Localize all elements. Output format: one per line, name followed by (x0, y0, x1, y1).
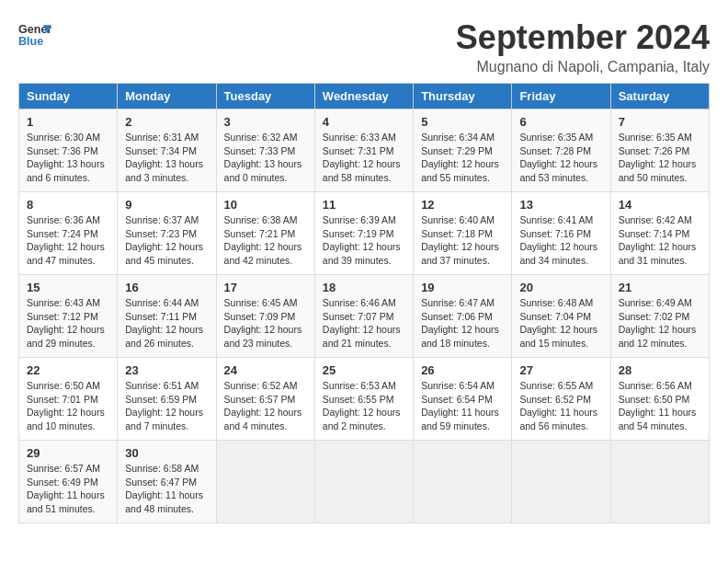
day-number: 13 (519, 198, 602, 212)
day-number: 2 (125, 115, 208, 129)
day-number: 9 (125, 198, 208, 212)
day-info: Sunrise: 6:45 AMSunset: 7:09 PMDaylight:… (224, 296, 307, 350)
day-info: Sunrise: 6:41 AMSunset: 7:16 PMDaylight:… (519, 213, 602, 268)
day-number: 20 (519, 281, 602, 294)
col-monday: Monday (118, 84, 216, 109)
table-row: 27 Sunrise: 6:55 AMSunset: 6:52 PMDaylig… (512, 358, 610, 441)
day-number: 25 (323, 363, 405, 377)
day-number: 8 (27, 198, 109, 212)
calendar-table: Sunday Monday Tuesday Wednesday Thursday… (18, 83, 710, 523)
table-row (512, 441, 610, 523)
page-container: General Blue September 2024 Mugnano di N… (18, 18, 710, 523)
day-info: Sunrise: 6:48 AMSunset: 7:04 PMDaylight:… (519, 296, 602, 350)
day-info: Sunrise: 6:52 AMSunset: 6:57 PMDaylight:… (224, 379, 307, 433)
table-row: 25 Sunrise: 6:53 AMSunset: 6:55 PMDaylig… (314, 358, 413, 441)
day-info: Sunrise: 6:37 AMSunset: 7:23 PMDaylight:… (125, 213, 208, 268)
day-info: Sunrise: 6:35 AMSunset: 7:26 PMDaylight:… (619, 131, 701, 185)
day-number: 14 (619, 198, 701, 212)
col-sunday: Sunday (19, 84, 118, 109)
day-info: Sunrise: 6:54 AMSunset: 6:54 PMDaylight:… (421, 379, 504, 433)
table-row: 5 Sunrise: 6:34 AMSunset: 7:29 PMDayligh… (414, 109, 512, 192)
day-number: 17 (224, 281, 307, 294)
header-row: Sunday Monday Tuesday Wednesday Thursday… (19, 84, 710, 109)
day-info: Sunrise: 6:55 AMSunset: 6:52 PMDaylight:… (519, 379, 602, 433)
table-row: 28 Sunrise: 6:56 AMSunset: 6:50 PMDaylig… (610, 358, 709, 441)
table-row (314, 441, 413, 523)
table-row: 18 Sunrise: 6:46 AMSunset: 7:07 PMDaylig… (314, 275, 413, 358)
day-info: Sunrise: 6:56 AMSunset: 6:50 PMDaylight:… (619, 379, 701, 433)
table-row: 14 Sunrise: 6:42 AMSunset: 7:14 PMDaylig… (610, 192, 709, 275)
location-subtitle: Mugnano di Napoli, Campania, Italy (456, 59, 710, 75)
day-info: Sunrise: 6:57 AMSunset: 6:49 PMDaylight:… (27, 462, 109, 516)
day-info: Sunrise: 6:32 AMSunset: 7:33 PMDaylight:… (224, 131, 307, 185)
day-info: Sunrise: 6:50 AMSunset: 7:01 PMDaylight:… (27, 379, 109, 433)
day-number: 27 (519, 363, 602, 377)
logo: General Blue (18, 18, 51, 52)
day-info: Sunrise: 6:43 AMSunset: 7:12 PMDaylight:… (27, 296, 109, 350)
table-row: 23 Sunrise: 6:51 AMSunset: 6:59 PMDaylig… (118, 358, 216, 441)
day-number: 11 (323, 198, 405, 212)
col-friday: Friday (512, 84, 610, 109)
day-info: Sunrise: 6:38 AMSunset: 7:21 PMDaylight:… (224, 213, 307, 268)
logo-icon: General Blue (18, 18, 51, 52)
day-number: 6 (519, 115, 602, 129)
day-info: Sunrise: 6:30 AMSunset: 7:36 PMDaylight:… (27, 131, 109, 185)
day-info: Sunrise: 6:51 AMSunset: 6:59 PMDaylight:… (125, 379, 208, 433)
title-section: September 2024 Mugnano di Napoli, Campan… (456, 18, 710, 75)
table-row: 22 Sunrise: 6:50 AMSunset: 7:01 PMDaylig… (19, 358, 118, 441)
col-thursday: Thursday (414, 84, 512, 109)
table-row: 15 Sunrise: 6:43 AMSunset: 7:12 PMDaylig… (19, 275, 118, 358)
day-info: Sunrise: 6:33 AMSunset: 7:31 PMDaylight:… (323, 131, 405, 185)
day-number: 28 (619, 363, 701, 377)
calendar-week-row: 8 Sunrise: 6:36 AMSunset: 7:24 PMDayligh… (19, 192, 710, 275)
svg-text:Blue: Blue (18, 35, 43, 48)
col-saturday: Saturday (610, 84, 709, 109)
day-info: Sunrise: 6:39 AMSunset: 7:19 PMDaylight:… (323, 213, 405, 268)
col-tuesday: Tuesday (216, 84, 314, 109)
day-info: Sunrise: 6:44 AMSunset: 7:11 PMDaylight:… (125, 296, 208, 350)
day-number: 26 (421, 363, 504, 377)
table-row (610, 441, 709, 523)
day-number: 18 (323, 281, 405, 294)
table-row: 3 Sunrise: 6:32 AMSunset: 7:33 PMDayligh… (216, 109, 314, 192)
day-number: 7 (619, 115, 701, 129)
table-row: 16 Sunrise: 6:44 AMSunset: 7:11 PMDaylig… (118, 275, 216, 358)
calendar-week-row: 15 Sunrise: 6:43 AMSunset: 7:12 PMDaylig… (19, 275, 710, 358)
day-info: Sunrise: 6:42 AMSunset: 7:14 PMDaylight:… (619, 213, 701, 268)
day-number: 15 (27, 281, 109, 294)
table-row: 4 Sunrise: 6:33 AMSunset: 7:31 PMDayligh… (314, 109, 413, 192)
day-info: Sunrise: 6:53 AMSunset: 6:55 PMDaylight:… (323, 379, 405, 433)
table-row: 12 Sunrise: 6:40 AMSunset: 7:18 PMDaylig… (414, 192, 512, 275)
day-info: Sunrise: 6:47 AMSunset: 7:06 PMDaylight:… (421, 296, 504, 350)
table-row: 8 Sunrise: 6:36 AMSunset: 7:24 PMDayligh… (19, 192, 118, 275)
table-row: 30 Sunrise: 6:58 AMSunset: 6:47 PMDaylig… (118, 441, 216, 523)
table-row (216, 441, 314, 523)
day-info: Sunrise: 6:35 AMSunset: 7:28 PMDaylight:… (519, 131, 602, 185)
table-row: 1 Sunrise: 6:30 AMSunset: 7:36 PMDayligh… (19, 109, 118, 192)
table-row: 21 Sunrise: 6:49 AMSunset: 7:02 PMDaylig… (610, 275, 709, 358)
day-info: Sunrise: 6:58 AMSunset: 6:47 PMDaylight:… (125, 462, 208, 516)
header: General Blue September 2024 Mugnano di N… (18, 18, 710, 75)
table-row (414, 441, 512, 523)
day-number: 19 (421, 281, 504, 294)
table-row: 20 Sunrise: 6:48 AMSunset: 7:04 PMDaylig… (512, 275, 610, 358)
day-number: 12 (421, 198, 504, 212)
table-row: 17 Sunrise: 6:45 AMSunset: 7:09 PMDaylig… (216, 275, 314, 358)
day-number: 29 (27, 446, 109, 460)
day-info: Sunrise: 6:40 AMSunset: 7:18 PMDaylight:… (421, 213, 504, 268)
calendar-week-row: 1 Sunrise: 6:30 AMSunset: 7:36 PMDayligh… (19, 109, 710, 192)
day-number: 30 (125, 446, 208, 460)
table-row: 29 Sunrise: 6:57 AMSunset: 6:49 PMDaylig… (19, 441, 118, 523)
day-info: Sunrise: 6:34 AMSunset: 7:29 PMDaylight:… (421, 131, 504, 185)
day-number: 3 (224, 115, 307, 129)
table-row: 6 Sunrise: 6:35 AMSunset: 7:28 PMDayligh… (512, 109, 610, 192)
table-row: 24 Sunrise: 6:52 AMSunset: 6:57 PMDaylig… (216, 358, 314, 441)
day-number: 4 (323, 115, 405, 129)
table-row: 26 Sunrise: 6:54 AMSunset: 6:54 PMDaylig… (414, 358, 512, 441)
calendar-week-row: 29 Sunrise: 6:57 AMSunset: 6:49 PMDaylig… (19, 441, 710, 523)
day-number: 21 (619, 281, 701, 294)
table-row: 13 Sunrise: 6:41 AMSunset: 7:16 PMDaylig… (512, 192, 610, 275)
day-number: 10 (224, 198, 307, 212)
calendar-week-row: 22 Sunrise: 6:50 AMSunset: 7:01 PMDaylig… (19, 358, 710, 441)
table-row: 9 Sunrise: 6:37 AMSunset: 7:23 PMDayligh… (118, 192, 216, 275)
